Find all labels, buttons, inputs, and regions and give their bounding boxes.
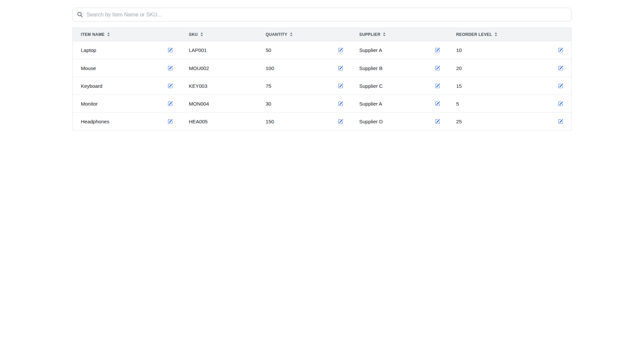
edit-item_name-button[interactable] [168, 101, 173, 106]
table-row: KeyboardKEY00375Supplier C15 [73, 77, 571, 95]
cell-value: Supplier D [359, 119, 383, 124]
cell-value: LAP001 [189, 47, 207, 53]
edit-quantity-button[interactable] [338, 119, 343, 124]
cell-reorder_level: 25 [448, 113, 571, 130]
edit-icon [558, 66, 563, 71]
sort-icon[interactable] [383, 32, 386, 37]
edit-item_name-button[interactable] [168, 66, 173, 71]
column-header-supplier[interactable]: SUPPLIER [351, 28, 448, 41]
edit-quantity-button[interactable] [338, 101, 343, 106]
cell-value: Laptop [81, 47, 96, 53]
cell-item_name: Headphones [73, 113, 181, 130]
edit-icon [168, 48, 173, 53]
cell-value: Supplier B [359, 65, 382, 71]
cell-value: 30 [266, 101, 271, 107]
edit-quantity-button[interactable] [338, 48, 343, 53]
cell-value: Mouse [81, 65, 96, 71]
cell-item_name: Keyboard [73, 77, 181, 95]
cell-item_name: Monitor [73, 95, 181, 112]
edit-icon [435, 66, 440, 71]
edit-supplier-button[interactable] [435, 119, 440, 124]
cell-value: 10 [456, 47, 462, 53]
cell-value: 50 [266, 47, 271, 53]
edit-reorder_level-button[interactable] [558, 48, 563, 53]
cell-value: Supplier A [359, 101, 382, 107]
edit-reorder_level-button[interactable] [558, 119, 563, 124]
cell-value: 15 [456, 83, 462, 89]
table-header-row: ITEM NAMESKUQUANTITYSUPPLIERREORDER LEVE… [73, 28, 571, 41]
sort-icon[interactable] [107, 32, 110, 37]
column-header-label: ITEM NAME [81, 32, 105, 37]
cell-supplier: Supplier C [351, 77, 448, 95]
edit-supplier-button[interactable] [435, 83, 440, 88]
sort-icon[interactable] [200, 32, 203, 37]
cell-value: KEY003 [189, 83, 207, 89]
edit-icon [558, 83, 563, 88]
edit-icon [338, 66, 343, 71]
column-header-reorder_level[interactable]: REORDER LEVEL [448, 28, 571, 41]
cell-value: 150 [266, 119, 274, 124]
edit-reorder_level-button[interactable] [558, 83, 563, 88]
column-header-label: QUANTITY [266, 32, 287, 37]
column-header-sku[interactable]: SKU [181, 28, 258, 41]
search-icon [77, 12, 83, 17]
edit-supplier-button[interactable] [435, 66, 440, 71]
edit-icon [435, 119, 440, 124]
cell-supplier: Supplier D [351, 113, 448, 130]
table-body: LaptopLAP00150Supplier A10MouseMOU002100… [73, 41, 571, 130]
edit-item_name-button[interactable] [168, 83, 173, 88]
table-row: MonitorMON00430Supplier A5 [73, 95, 571, 112]
search-input[interactable] [87, 12, 567, 18]
cell-reorder_level: 5 [448, 95, 571, 112]
table-row: LaptopLAP00150Supplier A10 [73, 41, 571, 59]
cell-value: HEA005 [189, 119, 208, 124]
cell-supplier: Supplier B [351, 59, 448, 77]
table-row: MouseMOU002100Supplier B20 [73, 59, 571, 77]
cell-sku: MOU002 [181, 59, 258, 77]
cell-quantity: 50 [258, 41, 351, 59]
main-content: ITEM NAMESKUQUANTITYSUPPLIERREORDER LEVE… [72, 8, 572, 130]
column-header-label: SUPPLIER [359, 32, 380, 37]
edit-icon [168, 101, 173, 106]
edit-icon [168, 83, 173, 88]
cell-value: 25 [456, 119, 462, 124]
edit-icon [338, 101, 343, 106]
cell-value: 75 [266, 83, 271, 89]
search-bar [72, 8, 572, 21]
cell-value: MOU002 [189, 65, 209, 71]
edit-icon [435, 83, 440, 88]
cell-reorder_level: 10 [448, 41, 571, 59]
edit-quantity-button[interactable] [338, 66, 343, 71]
column-header-item_name[interactable]: ITEM NAME [73, 28, 181, 41]
edit-icon [558, 119, 563, 124]
column-header-label: SKU [189, 32, 198, 37]
cell-value: 5 [456, 101, 459, 107]
cell-reorder_level: 20 [448, 59, 571, 77]
cell-value: 20 [456, 65, 462, 71]
cell-value: Monitor [81, 101, 98, 107]
edit-supplier-button[interactable] [435, 101, 440, 106]
edit-icon [558, 48, 563, 53]
column-header-label: REORDER LEVEL [456, 32, 492, 37]
edit-icon [338, 83, 343, 88]
edit-icon [338, 48, 343, 53]
cell-value: Keyboard [81, 83, 102, 89]
sort-icon[interactable] [290, 32, 293, 37]
edit-icon [435, 101, 440, 106]
cell-reorder_level: 15 [448, 77, 571, 95]
edit-reorder_level-button[interactable] [558, 66, 563, 71]
column-header-quantity[interactable]: QUANTITY [258, 28, 351, 41]
edit-supplier-button[interactable] [435, 48, 440, 53]
edit-item_name-button[interactable] [168, 119, 173, 124]
cell-item_name: Mouse [73, 59, 181, 77]
edit-icon [168, 119, 173, 124]
edit-item_name-button[interactable] [168, 48, 173, 53]
cell-sku: KEY003 [181, 77, 258, 95]
edit-quantity-button[interactable] [338, 83, 343, 88]
sort-icon[interactable] [494, 32, 497, 37]
edit-icon [168, 66, 173, 71]
cell-sku: MON004 [181, 95, 258, 112]
edit-reorder_level-button[interactable] [558, 101, 563, 106]
cell-value: Supplier A [359, 47, 382, 53]
edit-icon [558, 101, 563, 106]
